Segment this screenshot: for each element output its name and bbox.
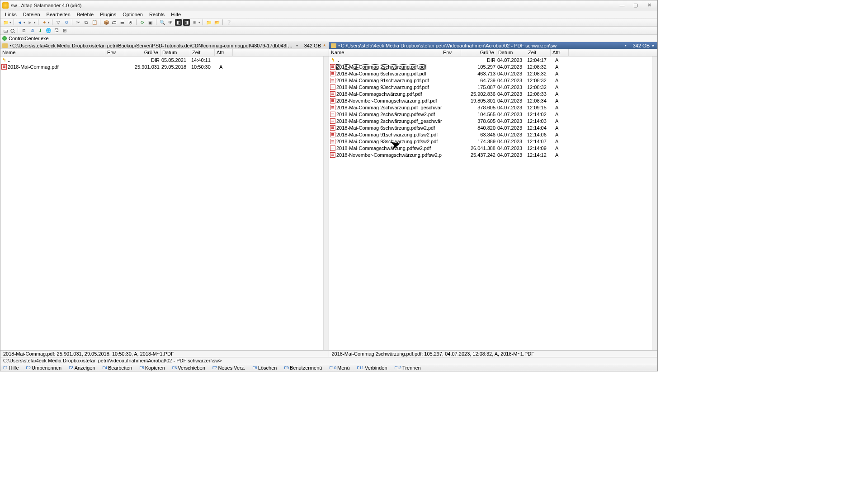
file-row[interactable]: 2018-Mai-Commag 91schwärzung.pdf.pdf64.7… (329, 77, 652, 84)
col-ext[interactable]: Erw (105, 49, 125, 56)
fkey-f4[interactable]: F4Bearbeiten (103, 365, 132, 371)
drive-usb-icon[interactable]: 🖫 (53, 27, 60, 34)
fkey-f8[interactable]: F8Löschen (252, 365, 277, 371)
fkey-f12[interactable]: F12Trennen (395, 365, 421, 371)
col-name[interactable]: Name (0, 49, 105, 56)
unpack-icon[interactable]: 🗃 (111, 19, 118, 26)
file-row[interactable]: 2018-Mai-Commagschwärzung.pdfsw2.pdf26.0… (329, 145, 652, 151)
right-scrollbar[interactable] (652, 56, 657, 350)
view-icon[interactable]: 👁 (167, 19, 174, 26)
right-path-dropdown[interactable]: ▾ (625, 43, 627, 47)
file-row[interactable]: 2018-Mai-Commag 2schwärzung.pdfsw2.pdf10… (329, 111, 652, 117)
pack-icon[interactable]: 📦 (103, 19, 109, 26)
paste-icon[interactable]: 📋 (91, 19, 98, 26)
hotpath-icon[interactable]: ✦ (41, 19, 47, 26)
compare-light-icon[interactable]: ◨ (183, 19, 190, 26)
chevron-down-icon[interactable]: ▾ (338, 43, 340, 47)
file-row[interactable]: 2018-Mai-Commag 91schwärzung.pdfsw2.pdf6… (329, 131, 652, 138)
menu-befehle[interactable]: Befehle (74, 11, 96, 18)
find-icon[interactable]: 🔍 (159, 19, 165, 26)
col-size[interactable]: Größe (125, 49, 160, 56)
permissions-icon[interactable]: ⛨ (127, 19, 134, 26)
menu-bearbeiten[interactable]: Bearbeiten (44, 11, 73, 18)
right-file-area[interactable]: ↰..DIR04.07.202312:04:17A2018-Mai-Commag… (329, 56, 652, 350)
file-attr: A (552, 139, 570, 144)
maximize-button[interactable]: ▢ (629, 2, 642, 9)
filter-icon[interactable]: ▽ (55, 19, 61, 26)
close-button[interactable]: ✕ (643, 2, 656, 9)
desktop-icon[interactable]: 🖥 (28, 27, 35, 34)
folder-new-icon[interactable]: 📂 (213, 19, 220, 26)
pdf-icon (330, 78, 335, 83)
fkey-f1[interactable]: F1Hilfe (3, 365, 19, 371)
file-row[interactable]: 2018-Mai-Commag 2schwärzung.pdf_geschwär… (329, 117, 652, 124)
file-row[interactable]: 2018-Mai-Commagschwärzung.pdf.pdf25.902.… (329, 90, 652, 97)
folder2-icon[interactable]: 📁 (205, 19, 212, 26)
menu-hilfe[interactable]: Hilfe (168, 11, 184, 18)
updir-row[interactable]: ↰..DIR04.07.202312:04:17A (329, 56, 652, 63)
star-icon[interactable]: ★ (651, 43, 655, 47)
drive-other-icon[interactable]: ⊞ (61, 27, 68, 34)
command-line[interactable]: C:\Users\stefa\4eck Media Dropbox\stefan… (0, 357, 657, 364)
fkey-f10[interactable]: F10Menü (329, 365, 349, 371)
app-strip[interactable]: ControlCenter.exe (0, 35, 657, 42)
sync-icon[interactable]: ⟳ (139, 19, 146, 26)
fkey-f7[interactable]: F7Neues Verz. (212, 365, 245, 371)
col-time[interactable]: Zeit (190, 49, 215, 56)
titlebar[interactable]: sw - Altap Salamander 4.0 (x64) — ▢ ✕ (0, 0, 657, 10)
col-date[interactable]: Datum (496, 49, 526, 56)
col-time[interactable]: Zeit (526, 49, 551, 56)
drive-c-label[interactable]: C: (10, 28, 15, 33)
drive-c-icon[interactable]: 🖴 (2, 27, 9, 34)
documents-icon[interactable]: 🗎 (20, 27, 27, 34)
col-name[interactable]: Name (329, 49, 441, 56)
back-icon[interactable]: ◄ (16, 19, 23, 26)
folder-open-icon[interactable]: 📁 (2, 19, 9, 26)
fkey-f2[interactable]: F2Umbenennen (26, 365, 62, 371)
col-ext[interactable]: Erw (441, 49, 461, 56)
fkey-f3[interactable]: F3Anzeigen (69, 365, 95, 371)
file-row[interactable]: 2018-Mai-Commag 93schwärzung.pdfsw2.pdf1… (329, 138, 652, 145)
properties-icon[interactable]: ☰ (119, 19, 126, 26)
left-path-dropdown[interactable]: ▾ (296, 43, 298, 47)
fkey-f9[interactable]: F9Benutzermenü (284, 365, 322, 371)
col-attr[interactable]: Attr (551, 49, 569, 56)
cut-icon[interactable]: ✂ (75, 19, 81, 26)
menu-plugins[interactable]: Plugins (97, 11, 119, 18)
file-row[interactable]: 2018-Mai-Commag 2schwärzung.pdf_geschwär… (329, 104, 652, 111)
menu-rechts[interactable]: Rechts (146, 11, 167, 18)
star-icon[interactable]: ★ (323, 43, 326, 47)
left-file-area[interactable]: ↰..DIR05.05.202114:40:112018-Mai-Commag.… (0, 56, 323, 350)
refresh-icon[interactable]: ↻ (63, 19, 70, 26)
forward-icon[interactable]: ► (27, 19, 33, 26)
list-menu-icon[interactable]: ≡ (191, 19, 198, 26)
file-row[interactable]: 2018-November-Commagschwärzung.pdfsw2.pd… (329, 151, 652, 158)
right-pathbar[interactable]: ▾ C:\Users\stefa\4eck Media Dropbox\stef… (329, 42, 657, 49)
file-row[interactable]: 2018-November-Commagschwärzung.pdf.pdf19… (329, 97, 652, 104)
minimize-button[interactable]: — (616, 2, 628, 9)
fkey-f6[interactable]: F6Verschieben (172, 365, 205, 371)
terminal-icon[interactable]: ▣ (147, 19, 154, 26)
downloads-icon[interactable]: ⬇ (37, 27, 43, 34)
file-row[interactable]: 2018-Mai-Commag 93schwärzung.pdf.pdf175.… (329, 84, 652, 90)
menu-optionen[interactable]: Optionen (120, 11, 146, 18)
updir-row[interactable]: ↰..DIR05.05.202114:40:11 (0, 56, 323, 63)
menu-links[interactable]: Links (2, 11, 19, 18)
file-row[interactable]: 2018-Mai-Commag 6schwärzung.pdf.pdf463.7… (329, 70, 652, 77)
compare-dark-icon[interactable]: ◧ (175, 19, 182, 26)
network-icon[interactable]: 🌐 (45, 27, 52, 34)
fkey-f11[interactable]: F11Verbinden (357, 365, 387, 371)
col-size[interactable]: Größe (461, 49, 496, 56)
col-attr[interactable]: Attr (215, 49, 233, 56)
file-row[interactable]: 2018-Mai-Commag 2schwärzung.pdf.pdf105.2… (329, 63, 652, 70)
left-scrollbar[interactable] (323, 56, 329, 350)
copy-icon[interactable]: ⧉ (83, 19, 90, 26)
file-row[interactable]: 2018-Mai-Commag.pdf25.901.03129.05.20181… (0, 63, 323, 70)
help-icon[interactable]: ❔ (225, 19, 232, 26)
fkey-f5[interactable]: F5Kopieren (139, 365, 165, 371)
menu-dateien[interactable]: Dateien (20, 11, 43, 18)
chevron-down-icon[interactable]: ▾ (9, 43, 11, 47)
file-row[interactable]: 2018-Mai-Commag 6schwärzung.pdfsw2.pdf84… (329, 124, 652, 131)
left-pathbar[interactable]: ▾ C:\Users\stefa\4eck Media Dropbox\stef… (0, 42, 329, 49)
col-date[interactable]: Datum (160, 49, 190, 56)
